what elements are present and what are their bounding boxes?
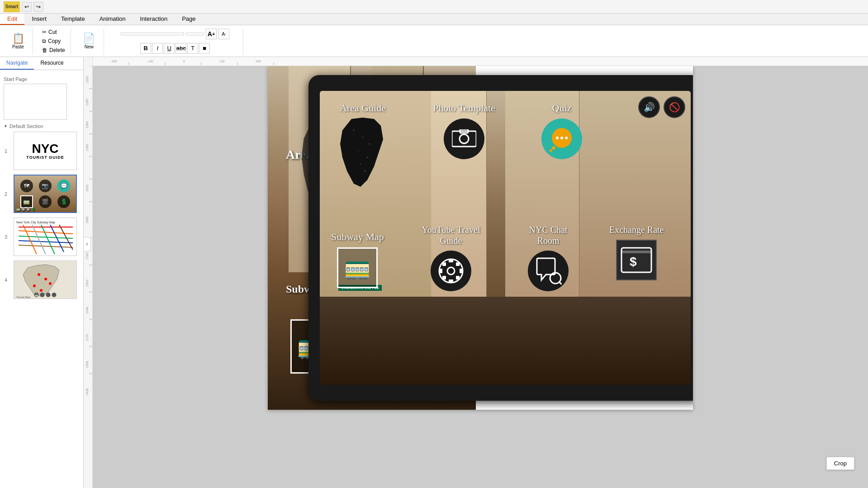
area-guide-icon: [336, 117, 390, 189]
nav-area-guide[interactable]: Area Guide: [336, 102, 390, 189]
exchange-icon: $: [616, 240, 657, 280]
nav-youtube[interactable]: YouTube Travel Guide: [419, 224, 483, 291]
slide-item-4[interactable]: 4 Tourist Map: [4, 260, 80, 300]
logo-text: Smart: [5, 4, 18, 9]
paste-icon: 📋: [12, 33, 24, 44]
delete-icon: 🗑: [42, 47, 47, 53]
volume-button[interactable]: 🔊: [638, 96, 660, 118]
svg-text:1260: 1260: [85, 99, 89, 106]
svg-point-63: [369, 143, 370, 145]
font-size-down-button[interactable]: A-: [218, 28, 229, 39]
strikethrough-button[interactable]: abc: [175, 43, 186, 54]
slide-thumb-3[interactable]: New York City Subway Map: [14, 218, 77, 256]
new-icon: 📄: [83, 33, 95, 44]
svg-point-67: [364, 170, 366, 172]
svg-text:1300: 1300: [85, 121, 89, 128]
ribbon-tabs: Edit Insert Template Animation Interacti…: [0, 14, 868, 25]
svg-point-75: [560, 137, 563, 139]
cut-label: Cut: [48, 29, 57, 35]
tab-page[interactable]: Page: [175, 14, 203, 25]
new-label: New: [85, 44, 94, 49]
highlight-button[interactable]: ■: [199, 43, 210, 54]
svg-line-88: [560, 282, 562, 284]
svg-rect-86: [460, 269, 462, 273]
svg-point-66: [360, 164, 361, 165]
copy-label: Copy: [48, 38, 61, 44]
svg-text:New York City Subway Map: New York City Subway Map: [16, 221, 55, 224]
slide-item-1[interactable]: 1 NYC TOURIST GUIDE: [4, 131, 80, 171]
no-entry-button[interactable]: 🚫: [664, 96, 685, 118]
nav-subway-map[interactable]: Subway Map 🚃: [331, 231, 384, 288]
tab-template[interactable]: Template: [54, 14, 92, 25]
slide-item-3[interactable]: 3 New York City Subway Map: [4, 217, 80, 257]
italic-button[interactable]: I: [152, 43, 163, 54]
delete-button[interactable]: 🗑 Delete: [40, 46, 67, 54]
svg-text:1230: 1230: [85, 76, 89, 83]
svg-point-74: [556, 137, 559, 139]
font-name-input[interactable]: [121, 33, 184, 35]
tab-insert[interactable]: Insert: [24, 14, 54, 25]
slide-number-3: 3: [5, 234, 11, 240]
slide-thumb-4[interactable]: Tourist Map 🚃: [14, 261, 77, 299]
slide-thumb-1[interactable]: NYC TOURIST GUIDE: [14, 132, 77, 170]
tab-edit[interactable]: Edit: [0, 14, 24, 25]
edit-group: ✂ Cut ⧉ Copy 🗑 Delete: [37, 28, 71, 55]
font-size-up-button[interactable]: A+: [206, 28, 217, 39]
svg-text:1170: 1170: [85, 334, 89, 341]
undo-button[interactable]: ↩: [22, 2, 32, 12]
ribbon: 📋 Paste ✂ Cut ⧉ Copy 🗑 Delete 📄 New: [0, 25, 868, 57]
svg-rect-90: [621, 251, 651, 253]
default-section-text: Default Section: [9, 123, 43, 129]
nav-chat[interactable]: NYC Chat Room: [519, 224, 578, 291]
bold-button[interactable]: B: [140, 43, 151, 54]
slide-panel: Start Page ▼ Default Section 1 NYC TOURI…: [0, 70, 83, 488]
svg-text:130: 130: [219, 60, 225, 63]
copy-button[interactable]: ⧉ Copy: [40, 37, 67, 45]
tablet-top-icons: 🔊 🚫: [638, 96, 685, 118]
svg-point-73: [550, 149, 552, 152]
photo-template-label: Photo Template: [433, 102, 495, 114]
subway-map-icon: 🚃: [337, 247, 378, 288]
svg-point-64: [358, 150, 359, 152]
new-button[interactable]: 📄 New: [78, 29, 100, 53]
tab-resource[interactable]: Resource: [34, 57, 70, 70]
font-size-input[interactable]: [186, 33, 204, 35]
paste-button[interactable]: 📋 Paste: [7, 29, 29, 53]
svg-point-62: [362, 137, 364, 138]
svg-point-17: [40, 289, 43, 292]
svg-point-61: [353, 129, 355, 131]
svg-rect-81: [442, 276, 446, 280]
svg-point-78: [447, 267, 455, 275]
chat-icon: [528, 251, 569, 291]
nav-photo-template[interactable]: Photo Template: [433, 102, 495, 159]
canvas-scroll[interactable]: Area G: [93, 57, 868, 488]
svg-point-16: [49, 282, 52, 285]
panel-collapse-button[interactable]: ‹: [84, 237, 91, 251]
font-group: A+ A- B I U abc T ■: [108, 28, 243, 55]
redo-button[interactable]: ↪: [33, 2, 43, 12]
text-color-button[interactable]: T: [187, 43, 198, 54]
slides-list: 1 NYC TOURIST GUIDE 2: [4, 131, 80, 300]
crop-button[interactable]: Crop: [826, 457, 854, 470]
tab-navigate[interactable]: Navigate: [0, 57, 34, 70]
quiz-label: Quiz: [552, 102, 572, 114]
start-page-label: Start Page: [4, 76, 80, 82]
start-page-thumb[interactable]: [4, 84, 67, 120]
svg-text:Tourist Map: Tourist Map: [16, 296, 31, 298]
nav-quiz[interactable]: Quiz: [541, 102, 582, 159]
chat-label: NYC Chat Room: [519, 224, 578, 246]
slide-thumb-2[interactable]: 🗺 📷 💬 🚃 🎬 💲 🚃 🔘 🔘 💲: [14, 175, 77, 213]
cut-button[interactable]: ✂ Cut: [40, 28, 67, 36]
slide-item-2[interactable]: 2 🗺 📷 💬 🚃 🎬 💲 🚃 🔘: [4, 174, 80, 214]
tab-animation[interactable]: Animation: [92, 14, 133, 25]
edit-small-group: ✂ Cut ⧉ Copy 🗑 Delete: [40, 28, 67, 54]
tab-interaction[interactable]: Interaction: [133, 14, 175, 25]
underline-button[interactable]: U: [164, 43, 175, 54]
slide-number-2: 2: [5, 191, 11, 197]
nav-exchange[interactable]: Exchange Rate $: [609, 224, 664, 280]
new-group: 📄 New: [75, 28, 104, 55]
svg-text:260: 260: [256, 60, 261, 63]
copy-icon: ⧉: [42, 38, 46, 44]
slide-number-4: 4: [5, 277, 11, 283]
youtube-icon: [431, 251, 471, 291]
